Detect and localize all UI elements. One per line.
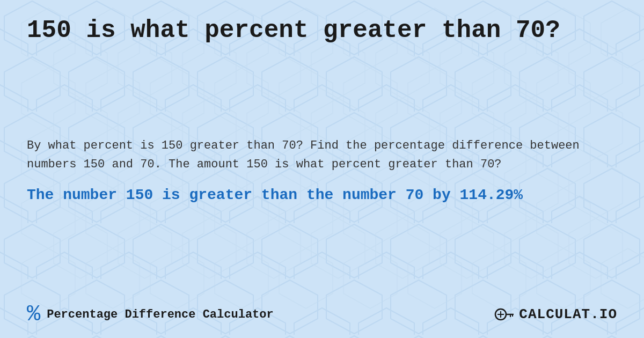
page-title: 150 is what percent greater than 70? — [27, 16, 617, 46]
footer: % Percentage Difference Calculator CALCU… — [27, 296, 617, 327]
result-text: The number 150 is greater than the numbe… — [27, 185, 617, 205]
calculator-icon — [494, 304, 515, 325]
percent-icon: % — [27, 302, 40, 327]
description-text: By what percent is 150 greater than 70? … — [27, 136, 617, 174]
logo-text: CALCULAT.IO — [519, 306, 617, 322]
footer-brand: % Percentage Difference Calculator — [27, 302, 274, 327]
footer-logo: CALCULAT.IO — [494, 304, 617, 325]
footer-brand-label: Percentage Difference Calculator — [47, 308, 273, 321]
